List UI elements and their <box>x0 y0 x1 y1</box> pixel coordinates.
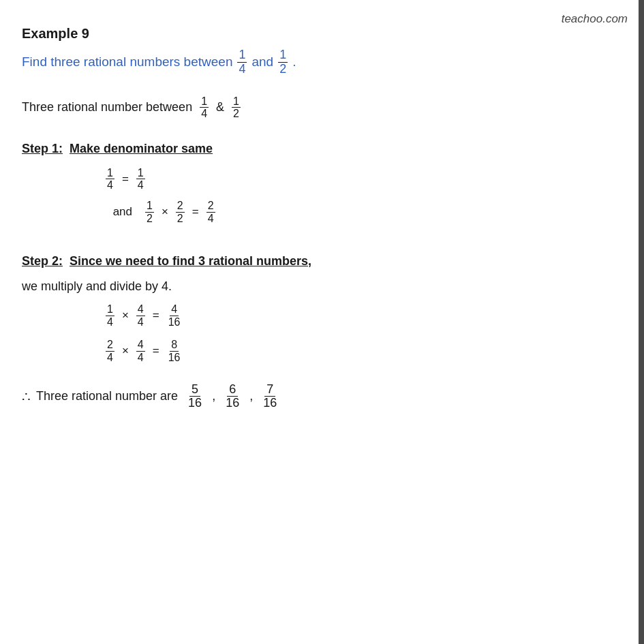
question-frac2-num: 1 <box>278 48 288 63</box>
conclusion-line: ∴ Three rational number are 5 16 , 6 16 … <box>22 383 617 411</box>
three-rational-frac1-num: 1 <box>200 95 209 108</box>
step1-eq1-frac2: 1 4 <box>136 167 145 191</box>
conclusion-frac1-num: 5 <box>189 383 200 397</box>
step1-label: Step 1: <box>22 142 63 155</box>
conclusion-comma2: , <box>249 389 253 403</box>
step2-eq2: 2 4 × 4 4 = 8 16 <box>104 339 617 363</box>
three-rational-line: Three rational number between 1 4 & 1 2 <box>22 95 617 120</box>
question-and: and <box>251 55 273 70</box>
question-prefix: Find three rational numbers between <box>22 55 232 70</box>
conclusion-frac3-den: 16 <box>261 397 279 410</box>
page-container: teachoo.com Example 9 Find three rationa… <box>0 0 644 644</box>
question-frac1: 1 4 <box>237 48 247 76</box>
step2-line2: we multiply and divide by 4. <box>22 279 617 294</box>
step1-math-block: 1 4 = 1 4 and 1 2 × 2 2 = 2 4 <box>104 167 617 224</box>
question-line: Find three rational numbers between 1 4 … <box>22 48 617 76</box>
question-frac1-den: 4 <box>237 63 247 76</box>
conclusion-comma1: , <box>212 389 215 403</box>
step2-math-block: 1 4 × 4 4 = 4 16 2 4 × 4 4 <box>104 303 617 363</box>
question-frac1-num: 1 <box>237 48 247 63</box>
conclusion-frac3-num: 7 <box>264 383 275 397</box>
step1-eq2-frac1: 1 2 <box>145 200 154 224</box>
conclusion-frac2-num: 6 <box>227 383 238 397</box>
step1-eq1: 1 4 = 1 4 <box>104 167 617 191</box>
step2-eq1-frac1: 1 4 <box>106 303 114 328</box>
step1-eq2-result: 2 4 <box>206 200 215 224</box>
step1-text: Make denominator same <box>70 142 213 155</box>
conclusion-frac2-den: 16 <box>224 397 241 410</box>
three-rational-frac1: 1 4 <box>200 95 209 120</box>
step1-eq2-frac2: 2 2 <box>176 200 185 224</box>
three-rational-amp: & <box>216 100 224 114</box>
step1-header: Step 1: Make denominator same <box>22 142 617 156</box>
step2-eq1: 1 4 × 4 4 = 4 16 <box>104 303 617 328</box>
step2-label: Step 2: <box>22 254 63 268</box>
conclusion-prefix: Three rational number are <box>36 389 178 403</box>
example-title: Example 9 <box>22 26 617 42</box>
question-frac2: 1 2 <box>278 48 288 76</box>
question-suffix: . <box>292 55 296 70</box>
right-border <box>639 0 644 644</box>
conclusion-frac2: 6 16 <box>224 383 241 411</box>
three-rational-frac2-den: 2 <box>232 108 241 120</box>
question-frac2-den: 2 <box>278 63 288 76</box>
step1-eq2: and 1 2 × 2 2 = 2 4 <box>104 200 617 224</box>
conclusion-frac3: 7 16 <box>261 383 279 411</box>
conclusion-frac1: 5 16 <box>186 383 204 411</box>
three-rational-frac2-num: 1 <box>232 95 241 108</box>
conclusion-frac1-den: 16 <box>186 397 204 410</box>
step2-eq2-frac1: 2 4 <box>106 339 114 363</box>
step2-line1: Since we need to find 3 rational numbers… <box>70 254 311 268</box>
step2-eq1-frac2: 4 4 <box>136 303 145 328</box>
step2-eq2-result: 8 16 <box>167 339 182 363</box>
step2-eq2-frac2: 4 4 <box>136 339 145 363</box>
step1-eq1-frac1: 1 4 <box>106 167 114 191</box>
step2-header: Step 2: Since we need to find 3 rational… <box>22 254 617 269</box>
step2-eq1-result: 4 16 <box>167 303 182 328</box>
three-rational-frac1-den: 4 <box>200 108 209 120</box>
brand-text: teachoo.com <box>562 12 628 26</box>
therefore-symbol: ∴ <box>22 388 31 405</box>
three-rational-frac2: 1 2 <box>232 95 241 120</box>
three-rational-prefix: Three rational number between <box>22 100 192 114</box>
step1-and-label: and <box>104 205 138 219</box>
gap1 <box>22 234 617 247</box>
